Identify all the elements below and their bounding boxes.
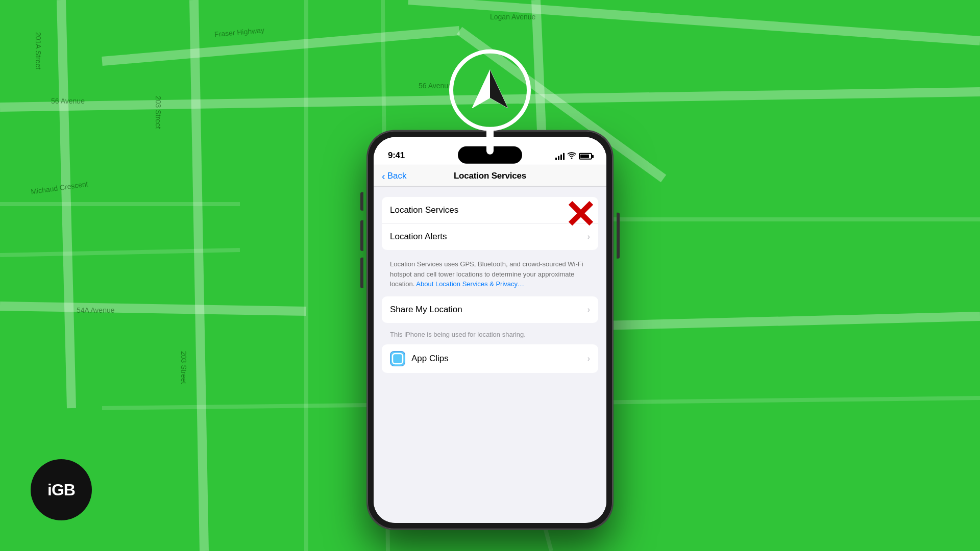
status-time: 9:41: [388, 151, 405, 161]
location-services-description: Location Services uses GPS, Bluetooth, a…: [374, 254, 606, 296]
back-label[interactable]: Back: [387, 171, 407, 181]
app-clips-chevron: ›: [587, 354, 590, 363]
group2-container: Share My Location › This iPhone is being…: [374, 296, 606, 344]
location-services-group: Location Services ✕ Location Alerts: [382, 197, 598, 250]
nav-title: Location Services: [454, 171, 526, 181]
app-clips-row[interactable]: App Clips ›: [382, 344, 598, 372]
settings-content: Location Services ✕ Location Alerts: [374, 187, 606, 523]
svg-line-5: [561, 316, 980, 327]
status-icons: [555, 152, 592, 161]
share-my-location-row[interactable]: Share My Location ›: [382, 296, 598, 322]
svg-line-10: [0, 250, 240, 255]
iphone-frame: 9:41: [368, 131, 612, 529]
svg-line-7: [194, 0, 204, 551]
igb-logo: iGB: [31, 459, 92, 520]
battery-fill: [580, 155, 589, 158]
location-pin-icon: [444, 49, 536, 162]
street-label: 54A Avenue: [77, 306, 114, 314]
battery-icon: [579, 153, 592, 160]
location-services-label: Location Services: [390, 205, 590, 215]
signal-bar-4: [563, 153, 565, 160]
privacy-link[interactable]: About Location Services & Privacy…: [416, 280, 524, 288]
street-label: Logan Avenue: [490, 13, 535, 21]
signal-bar-1: [555, 157, 557, 160]
svg-marker-17: [490, 70, 508, 108]
signal-bars: [555, 153, 565, 160]
power-button: [617, 213, 620, 259]
share-location-subtitle: This iPhone is being used for location s…: [374, 327, 606, 344]
svg-line-4: [0, 306, 306, 311]
igb-logo-text: iGB: [47, 481, 75, 499]
back-button[interactable]: ‹ Back: [382, 171, 406, 181]
red-x-mark: ✕: [561, 190, 606, 235]
street-label: 56 Avenue: [51, 97, 85, 105]
group3-container: App Clips ›: [374, 344, 606, 372]
volume-down-button: [360, 258, 363, 288]
signal-bar-3: [560, 154, 562, 160]
iphone-wrapper: 9:41: [368, 60, 612, 529]
wifi-icon: [568, 152, 576, 161]
share-location-chevron: ›: [587, 305, 590, 314]
volume-up-button: [360, 220, 363, 251]
pin-stem: [486, 129, 494, 155]
back-chevron-icon: ‹: [382, 171, 385, 181]
mute-button: [360, 192, 363, 211]
street-label: 201A Street: [34, 32, 42, 69]
app-clips-icon: [390, 350, 405, 366]
location-services-row[interactable]: Location Services ✕: [382, 197, 598, 223]
svg-line-0: [102, 31, 459, 61]
pin-circle: [449, 49, 531, 131]
share-location-group: Share My Location ›: [382, 296, 598, 322]
group1-container: Location Services ✕ Location Alerts: [374, 197, 606, 296]
navigation-bar: ‹ Back Location Services: [374, 165, 606, 187]
street-label: 203 Street: [180, 351, 188, 384]
share-my-location-label: Share My Location: [390, 304, 587, 314]
street-label: 203 Street: [154, 96, 162, 129]
signal-bar-2: [558, 156, 559, 160]
app-clips-label: App Clips: [411, 353, 587, 363]
location-alerts-label: Location Alerts: [390, 232, 587, 242]
iphone-screen: 9:41: [374, 137, 606, 523]
app-clips-group: App Clips ›: [382, 344, 598, 372]
svg-text:✕: ✕: [564, 193, 596, 233]
